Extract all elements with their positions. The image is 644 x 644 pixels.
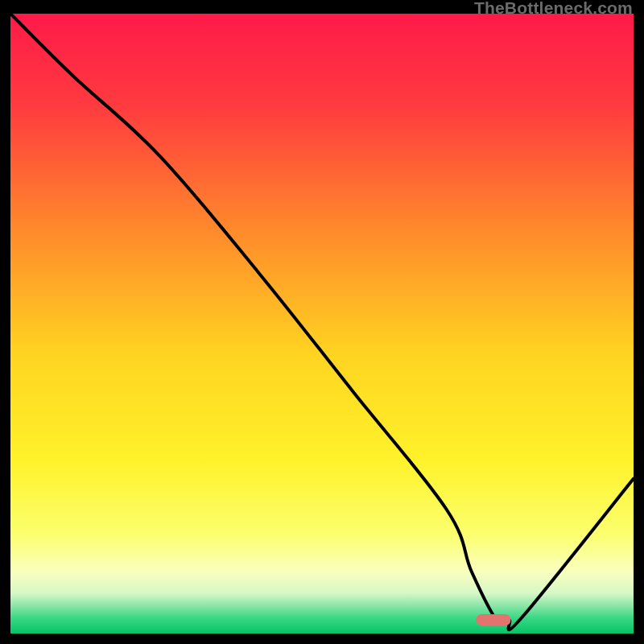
- sweet-spot-marker: [476, 614, 510, 625]
- bottleneck-chart: [10, 14, 634, 634]
- watermark-text: TheBottleneck.com: [474, 0, 633, 18]
- chart-frame: [10, 14, 634, 634]
- chart-background: [10, 14, 634, 634]
